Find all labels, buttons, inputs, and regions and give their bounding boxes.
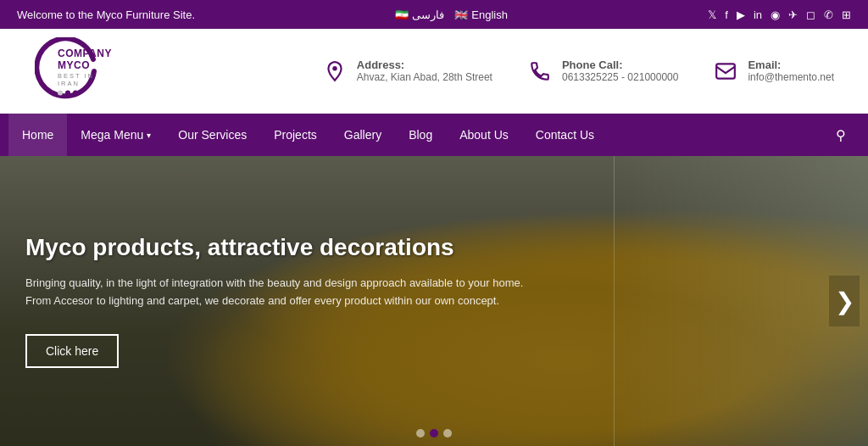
hero-pagination-dots bbox=[416, 429, 452, 438]
nav-mega-menu[interactable]: Mega Menu ▾ bbox=[67, 114, 164, 156]
svg-rect-1 bbox=[717, 64, 736, 78]
nav-blog[interactable]: Blog bbox=[395, 114, 446, 156]
address-text: Address: Ahvaz, Kian Abad, 28th Street bbox=[357, 59, 492, 83]
hero-content: Myco products, attractive decorations Br… bbox=[0, 156, 593, 446]
hero-description: Bringing quality, in the light of integr… bbox=[25, 275, 534, 310]
phone-info: Phone Call: 0613325225 - 021000000 bbox=[526, 58, 678, 85]
nav-contact-us[interactable]: Contact Us bbox=[522, 114, 608, 156]
nav-about-us[interactable]: About Us bbox=[446, 114, 522, 156]
hero-dot-3[interactable] bbox=[443, 429, 452, 438]
twitter-icon[interactable]: 𝕏 bbox=[708, 8, 716, 21]
phone-icon bbox=[526, 58, 554, 85]
site-header: COMPANY MYCO BEST IN IRAN Address: bbox=[0, 29, 868, 114]
hero-title: Myco products, attractive decorations bbox=[25, 234, 568, 261]
social-links: 𝕏 f ▶ in ◉ ✈ ◻ ✆ ⊞ bbox=[708, 8, 851, 21]
flag-iran-icon bbox=[395, 8, 409, 21]
header-contact-info: Address: Ahvaz, Kian Abad, 28th Street P… bbox=[321, 58, 834, 85]
nav-our-services[interactable]: Our Services bbox=[164, 114, 260, 156]
youtube-icon[interactable]: ▶ bbox=[737, 8, 745, 21]
email-icon bbox=[712, 58, 739, 85]
navbar: Home Mega Menu ▾ Our Services Projects G… bbox=[0, 114, 868, 156]
whatsapp-icon[interactable]: ✆ bbox=[824, 8, 833, 21]
chevron-down-icon: ▾ bbox=[147, 131, 151, 140]
logo[interactable]: COMPANY MYCO BEST IN IRAN bbox=[34, 37, 110, 105]
hero-dot-2[interactable] bbox=[430, 429, 438, 438]
svg-point-0 bbox=[332, 66, 337, 70]
logo-name: COMPANY MYCO bbox=[58, 47, 112, 70]
lang-en-btn[interactable]: English bbox=[454, 8, 508, 21]
rss-icon[interactable]: ◉ bbox=[771, 8, 780, 21]
email-text: Email: info@themento.net bbox=[748, 59, 834, 83]
hero-next-arrow[interactable]: ❯ bbox=[829, 276, 860, 326]
grid-icon[interactable]: ⊞ bbox=[842, 8, 851, 21]
top-bar: Welcome to the Myco Furniture Site. فارس… bbox=[0, 0, 868, 29]
lang-fa-btn[interactable]: فارسی bbox=[395, 8, 444, 21]
linkedin-icon[interactable]: in bbox=[754, 8, 762, 21]
logo-tagline: BEST IN IRAN bbox=[58, 71, 112, 86]
telegram-icon[interactable]: ✈ bbox=[788, 8, 798, 21]
email-info: Email: info@themento.net bbox=[712, 58, 834, 85]
language-switcher: فارسی English bbox=[395, 8, 508, 21]
nav-gallery[interactable]: Gallery bbox=[331, 114, 395, 156]
instagram-icon[interactable]: ◻ bbox=[806, 8, 815, 21]
welcome-text: Welcome to the Myco Furniture Site. bbox=[17, 8, 195, 21]
hero-section: Myco products, attractive decorations Br… bbox=[0, 156, 868, 446]
hero-dot-1[interactable] bbox=[416, 429, 425, 438]
address-info: Address: Ahvaz, Kian Abad, 28th Street bbox=[321, 58, 492, 85]
flag-gb-icon bbox=[454, 8, 468, 21]
search-button[interactable]: ⚲ bbox=[822, 120, 860, 150]
hero-cta-button[interactable]: Click here bbox=[25, 334, 119, 368]
location-icon bbox=[321, 58, 348, 85]
nav-home[interactable]: Home bbox=[8, 114, 67, 156]
phone-text: Phone Call: 0613325225 - 021000000 bbox=[562, 59, 678, 83]
nav-menu: Home Mega Menu ▾ Our Services Projects G… bbox=[8, 114, 608, 156]
nav-projects[interactable]: Projects bbox=[260, 114, 331, 156]
facebook-icon[interactable]: f bbox=[725, 8, 728, 21]
